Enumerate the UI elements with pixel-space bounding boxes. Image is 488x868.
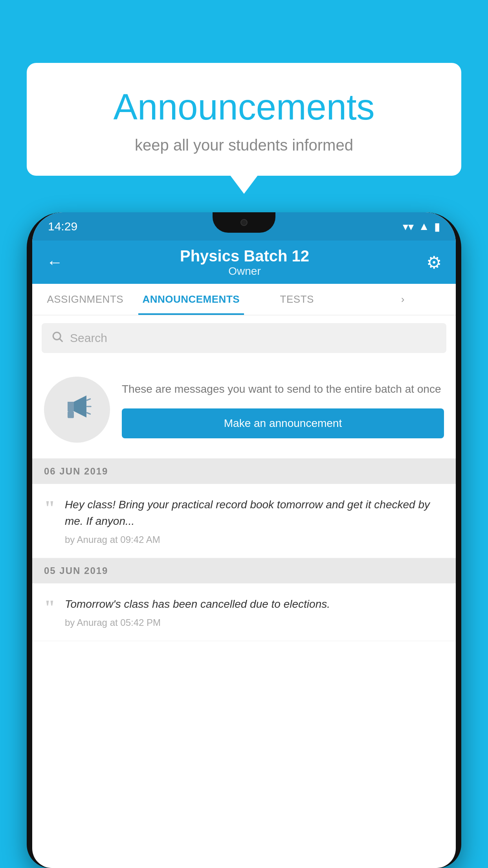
announcement-text-1: Hey class! Bring your practical record b… — [65, 497, 444, 545]
search-placeholder: Search — [70, 331, 107, 345]
announcement-message-1: Hey class! Bring your practical record b… — [65, 497, 444, 530]
app-header: ← Physics Batch 12 Owner ⚙ — [32, 241, 456, 284]
svg-line-5 — [87, 399, 90, 400]
svg-rect-4 — [68, 411, 74, 418]
scrollable-content: Search — [32, 315, 456, 868]
quote-icon-1: " — [44, 498, 55, 519]
svg-marker-2 — [68, 402, 74, 411]
svg-line-1 — [60, 339, 62, 342]
date-separator-2: 05 JUN 2019 — [32, 558, 456, 583]
search-icon — [51, 330, 64, 346]
batch-role: Owner — [180, 265, 309, 278]
tab-more[interactable]: › — [350, 284, 456, 315]
svg-line-7 — [87, 413, 90, 414]
make-announcement-button[interactable]: Make an announcement — [122, 408, 444, 438]
announcement-meta-1: by Anurag at 09:42 AM — [65, 534, 444, 545]
wifi-icon: ▾▾ — [403, 220, 414, 233]
back-button[interactable]: ← — [46, 253, 63, 272]
tab-assignments[interactable]: ASSIGNMENTS — [32, 284, 138, 315]
date-separator-1: 06 JUN 2019 — [32, 459, 456, 484]
notch — [213, 212, 275, 233]
megaphone-icon — [61, 391, 93, 428]
header-center: Physics Batch 12 Owner — [180, 247, 309, 278]
search-container: Search — [32, 315, 456, 361]
svg-point-0 — [53, 332, 61, 340]
phone-frame: 14:29 ▾▾ ▲ ▮ ← Physics Batch 12 Owner ⚙ — [27, 212, 461, 868]
announcement-meta-2: by Anurag at 05:42 PM — [65, 617, 444, 628]
phone-screen: 14:29 ▾▾ ▲ ▮ ← Physics Batch 12 Owner ⚙ — [32, 212, 456, 868]
megaphone-circle — [44, 377, 110, 443]
speech-bubble-subtitle: keep all your students informed — [46, 136, 442, 154]
speech-bubble-title: Announcements — [46, 86, 442, 128]
tab-announcements[interactable]: ANNOUNCEMENTS — [138, 284, 244, 315]
announcement-text-2: Tomorrow's class has been cancelled due … — [65, 596, 444, 628]
batch-title: Physics Batch 12 — [180, 247, 309, 265]
announcement-prompt: These are messages you want to send to t… — [32, 361, 456, 459]
settings-icon[interactable]: ⚙ — [426, 252, 442, 272]
status-icons: ▾▾ ▲ ▮ — [403, 220, 440, 233]
announcement-description: These are messages you want to send to t… — [122, 381, 444, 397]
battery-icon: ▮ — [434, 220, 440, 233]
signal-icon: ▲ — [418, 220, 429, 233]
announcement-right: These are messages you want to send to t… — [122, 381, 444, 438]
svg-marker-3 — [74, 395, 86, 417]
quote-icon-2: " — [44, 598, 55, 618]
tabs-bar: ASSIGNMENTS ANNOUNCEMENTS TESTS › — [32, 284, 456, 315]
status-time: 14:29 — [48, 220, 77, 233]
speech-bubble: Announcements keep all your students inf… — [27, 63, 461, 176]
status-bar: 14:29 ▾▾ ▲ ▮ — [32, 212, 456, 241]
announcement-item-1[interactable]: " Hey class! Bring your practical record… — [32, 484, 456, 558]
search-bar[interactable]: Search — [42, 323, 446, 353]
more-icon: › — [401, 293, 405, 305]
announcement-message-2: Tomorrow's class has been cancelled due … — [65, 596, 444, 612]
tab-tests[interactable]: TESTS — [244, 284, 350, 315]
camera-dot — [240, 219, 248, 226]
announcement-item-2[interactable]: " Tomorrow's class has been cancelled du… — [32, 583, 456, 641]
